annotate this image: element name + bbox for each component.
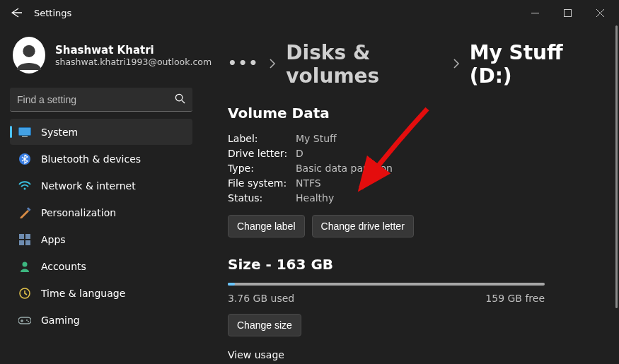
- bluetooth-icon: [18, 153, 31, 165]
- sidebar-item-personalization[interactable]: Personalization: [10, 199, 192, 225]
- close-icon: [596, 9, 604, 17]
- change-label-button[interactable]: Change label: [228, 215, 305, 237]
- status-key: Status:: [228, 192, 296, 204]
- svg-rect-12: [19, 234, 24, 239]
- view-usage-link[interactable]: View usage: [228, 349, 591, 360]
- type-key: Type:: [228, 163, 296, 174]
- apps-icon: [18, 233, 31, 246]
- maximize-button[interactable]: [551, 2, 584, 23]
- breadcrumb-current: My Stuff (D:): [470, 41, 591, 88]
- svg-rect-18: [18, 317, 31, 324]
- maximize-icon: [564, 9, 572, 17]
- svg-rect-14: [19, 240, 24, 245]
- sidebar-item-label: Accounts: [41, 261, 86, 272]
- svg-rect-13: [25, 234, 30, 239]
- close-button[interactable]: [584, 2, 616, 23]
- gaming-icon: [18, 314, 31, 327]
- svg-point-20: [28, 321, 29, 322]
- sidebar-item-gaming[interactable]: Gaming: [10, 307, 192, 333]
- sidebar-item-system[interactable]: System: [10, 119, 192, 145]
- change-size-button[interactable]: Change size: [228, 314, 301, 336]
- sidebar-item-apps[interactable]: Apps: [10, 226, 192, 252]
- sidebar-item-label: Bluetooth & devices: [41, 153, 141, 165]
- minimize-button[interactable]: [519, 2, 551, 23]
- svg-point-4: [23, 45, 35, 57]
- back-arrow-icon: [11, 7, 23, 18]
- file-system-key: File system:: [228, 177, 296, 189]
- sidebar-item-label: System: [41, 127, 78, 138]
- sidebar-item-network[interactable]: Network & internet: [10, 172, 192, 199]
- sidebar-item-label: Personalization: [41, 207, 116, 218]
- search-box[interactable]: [10, 88, 192, 112]
- label-key: Label:: [228, 133, 296, 144]
- svg-rect-15: [25, 240, 30, 245]
- breadcrumb: ••• Disks & volumes My Stuff (D:): [228, 41, 591, 88]
- breadcrumb-more[interactable]: •••: [228, 54, 259, 74]
- sidebar-item-label: Apps: [41, 234, 66, 245]
- system-icon: [18, 126, 31, 139]
- sidebar-item-time[interactable]: Time & language: [10, 280, 192, 306]
- search-icon: [175, 93, 185, 106]
- svg-rect-8: [22, 136, 28, 137]
- svg-rect-7: [19, 127, 31, 135]
- svg-point-10: [24, 187, 26, 189]
- breadcrumb-parent[interactable]: Disks & volumes: [286, 41, 442, 88]
- back-button[interactable]: [3, 0, 31, 25]
- sidebar-item-label: Network & internet: [41, 180, 136, 192]
- sidebar-item-bluetooth[interactable]: Bluetooth & devices: [10, 146, 192, 172]
- account-icon: [18, 260, 31, 273]
- file-system-value: NTFS: [296, 177, 321, 189]
- size-free: 159 GB free: [485, 293, 545, 304]
- svg-point-5: [175, 94, 182, 100]
- clock-icon: [18, 287, 31, 300]
- size-bar-fill: [228, 283, 235, 286]
- svg-point-16: [23, 262, 28, 266]
- minimize-icon: [531, 9, 539, 17]
- drive-letter-key: Drive letter:: [228, 148, 296, 159]
- brush-icon: [18, 206, 31, 219]
- sidebar-item-accounts[interactable]: Accounts: [10, 253, 192, 279]
- type-value: Basic data partition: [296, 163, 393, 174]
- user-block[interactable]: Shashwat Khatri shashwat.khatri1993@outl…: [6, 31, 197, 83]
- chevron-right-icon: [269, 59, 276, 71]
- status-value: Healthy: [296, 192, 334, 204]
- search-input[interactable]: [17, 94, 175, 105]
- user-email: shashwat.khatri1993@outlook.com: [55, 57, 212, 67]
- scrollbar[interactable]: [615, 25, 618, 364]
- size-used: 3.76 GB used: [228, 293, 294, 304]
- size-bar: [228, 283, 545, 286]
- label-value: My Stuff: [296, 133, 337, 144]
- svg-point-19: [26, 319, 28, 321]
- size-title: Size - 163 GB: [228, 256, 591, 273]
- change-drive-letter-button[interactable]: Change drive letter: [312, 215, 414, 237]
- drive-letter-value: D: [296, 148, 303, 159]
- wifi-icon: [18, 180, 31, 192]
- avatar: [13, 37, 45, 74]
- scrollbar-thumb[interactable]: [615, 25, 618, 308]
- sidebar-item-label: Time & language: [41, 288, 125, 299]
- chevron-right-icon: [453, 59, 460, 71]
- sidebar-item-label: Gaming: [41, 315, 80, 326]
- svg-rect-1: [564, 9, 571, 16]
- avatar-placeholder-icon: [13, 39, 45, 71]
- window-title: Settings: [34, 8, 71, 18]
- volume-data-title: Volume Data: [228, 105, 591, 122]
- user-name: Shashwat Khatri: [55, 44, 212, 57]
- svg-line-6: [182, 100, 185, 102]
